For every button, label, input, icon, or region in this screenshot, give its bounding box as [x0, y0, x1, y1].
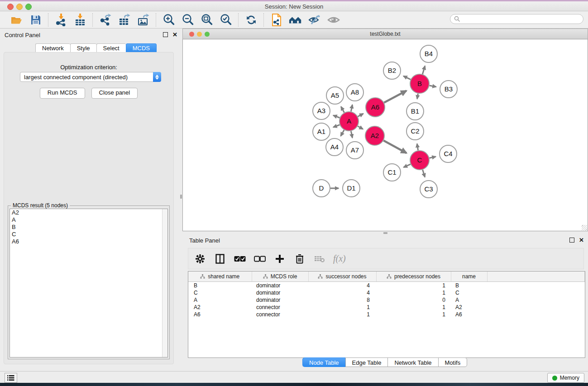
network-canvas[interactable]: AA1A2A3A4A5A6A7A8BB1B2B3B4CC1C2C3C4DD1 [182, 39, 588, 231]
search-input[interactable] [460, 15, 575, 23]
graph-edge[interactable] [341, 107, 344, 113]
graph-edge[interactable] [417, 144, 418, 151]
criterion-dropdown[interactable]: largest connected component (directed) [20, 72, 161, 82]
graph-node-label: A6 [371, 103, 379, 111]
col-name[interactable]: name [451, 272, 487, 282]
mcds-result-item[interactable]: C [10, 231, 167, 238]
zoom-out-icon[interactable] [181, 13, 195, 27]
table-row[interactable]: Adominator80A [188, 296, 585, 304]
table-row[interactable]: Bdominator41B [188, 282, 585, 290]
zoom-selected-icon[interactable] [219, 13, 233, 27]
mcds-result-list[interactable]: A2ABCA6 [10, 209, 168, 357]
graph-edge[interactable] [358, 114, 363, 116]
table-mode-gear-icon[interactable] [194, 253, 206, 265]
table-toolbar: f(x) [188, 248, 584, 269]
zoom-in-icon[interactable] [162, 13, 176, 27]
col-mcds-role[interactable]: MCDS role [252, 272, 308, 282]
table-tabs: Node Table Edge Table Network Table Moti… [302, 357, 467, 367]
graph-node-label: A2 [371, 132, 379, 139]
control-panel-buttons: ✕ [163, 32, 177, 37]
col-successor-nodes[interactable]: successor nodes [308, 272, 376, 282]
vertical-splitter-handle[interactable] [180, 195, 182, 199]
show-log-button[interactable] [5, 373, 17, 383]
close-table-panel-icon[interactable]: ✕ [579, 238, 584, 243]
tab-node-table[interactable]: Node Table [302, 357, 345, 367]
graph-node-label: A1 [317, 128, 325, 135]
search-field[interactable] [450, 14, 583, 24]
col-shared-name[interactable]: shared name [188, 272, 252, 282]
graph-edge[interactable] [430, 86, 436, 87]
close-panel-button[interactable]: Close panel [91, 88, 138, 99]
control-panel-title: Control Panel [5, 32, 40, 38]
show-all-icon[interactable] [327, 13, 340, 27]
col-predecessor-nodes[interactable]: predecessor nodes [376, 272, 451, 282]
run-mcds-button[interactable]: Run MCDS [40, 88, 85, 99]
graph-edge[interactable] [403, 76, 411, 80]
close-panel-icon[interactable]: ✕ [172, 33, 177, 37]
graph-edge[interactable] [351, 131, 352, 138]
mcds-result-item[interactable]: A2 [10, 209, 167, 216]
hide-selected-icon[interactable] [308, 13, 321, 27]
select-all-icon[interactable] [234, 253, 246, 265]
graph-edge[interactable] [351, 105, 352, 111]
network-window-titlebar[interactable]: testGlobe.txt [182, 29, 588, 39]
graph-node-label: C2 [411, 127, 419, 135]
delete-table-icon[interactable] [313, 253, 326, 265]
graph-edge[interactable] [429, 157, 435, 158]
tab-select[interactable]: Select [96, 43, 126, 53]
graph-edge[interactable] [422, 66, 425, 74]
show-columns-icon[interactable] [214, 253, 226, 265]
graph-edge[interactable] [417, 94, 418, 99]
deselect-all-icon[interactable] [253, 253, 266, 265]
hierarchy-icon [318, 274, 323, 279]
tab-network-table[interactable]: Network Table [387, 357, 438, 367]
zoom-fit-icon[interactable] [200, 13, 214, 27]
graph-edge[interactable] [384, 91, 406, 102]
float-table-panel-icon[interactable] [569, 238, 574, 243]
new-network-from-selection-icon[interactable] [270, 13, 283, 27]
table-header-row[interactable]: shared name MCDS role successor nodes pr… [188, 272, 585, 282]
import-network-icon[interactable] [54, 13, 68, 27]
graph-edge[interactable] [404, 164, 411, 167]
mcds-result-item[interactable]: A6 [10, 238, 167, 245]
tab-network[interactable]: Network [35, 43, 70, 53]
status-bar: Memory [0, 371, 588, 383]
graph-edge[interactable] [333, 115, 339, 118]
tab-edge-table[interactable]: Edge Table [345, 357, 388, 367]
refresh-icon[interactable] [244, 13, 258, 27]
mcds-result-group: MCDS result (5 nodes) A2ABCA6 [8, 205, 170, 359]
add-column-icon[interactable] [273, 253, 286, 265]
import-table-icon[interactable] [73, 13, 87, 27]
graph-edge[interactable] [341, 130, 344, 136]
open-folder-icon[interactable] [10, 13, 24, 27]
node-table[interactable]: shared name MCDS role successor nodes pr… [188, 271, 585, 358]
control-panel-tabs: Network Style Select MCDS [35, 43, 157, 53]
save-icon[interactable] [29, 13, 43, 27]
graph-edge[interactable] [383, 141, 406, 153]
resize-grip-icon[interactable] [582, 225, 587, 230]
memory-button[interactable]: Memory [547, 373, 584, 383]
list-scrollbar[interactable] [162, 209, 167, 357]
export-network-icon[interactable] [99, 13, 112, 27]
mcds-result-legend: MCDS result (5 nodes) [11, 202, 70, 209]
graph-edge[interactable] [333, 125, 339, 127]
table-row[interactable]: A2connector11A2 [188, 304, 585, 311]
export-table-icon[interactable] [118, 13, 131, 27]
graph-edge[interactable] [358, 126, 363, 129]
show-grid-icon[interactable] [289, 13, 302, 27]
delete-columns-icon[interactable] [293, 253, 306, 265]
tab-style[interactable]: Style [70, 43, 96, 53]
float-panel-icon[interactable] [163, 32, 168, 37]
dropdown-stepper-icon [153, 72, 161, 82]
export-image-icon[interactable] [137, 13, 150, 27]
horizontal-splitter-handle[interactable] [383, 232, 387, 234]
tab-motifs[interactable]: Motifs [438, 357, 468, 367]
tab-mcds[interactable]: MCDS [126, 43, 157, 53]
table-row[interactable]: A6connector11A6 [188, 311, 585, 318]
graph-edge[interactable] [423, 170, 425, 177]
table-row[interactable]: Cdominator41C [188, 289, 585, 296]
mcds-result-item[interactable]: B [10, 224, 167, 231]
function-builder-icon[interactable]: f(x) [333, 253, 346, 264]
mcds-result-item[interactable]: A [10, 216, 167, 224]
graph-node-label: A3 [317, 107, 325, 114]
